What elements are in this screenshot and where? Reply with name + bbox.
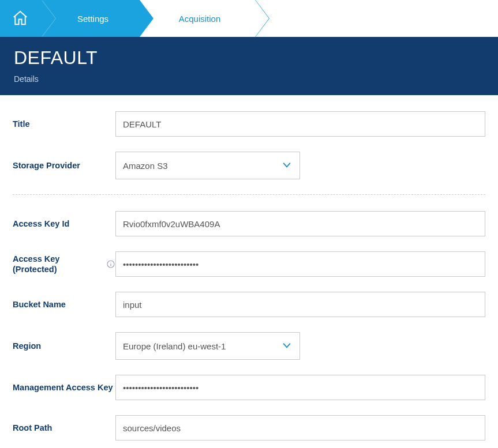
breadcrumb-home[interactable] [0,0,42,37]
page-header: DEFAULT Details [0,37,498,95]
breadcrumb-acquisition-label: Acquisition [179,14,221,24]
label-title: Title [13,119,115,129]
label-management-access-key: Management Access Key [13,382,115,393]
breadcrumb-settings[interactable]: Settings [42,0,140,37]
breadcrumb-acquisition[interactable]: Acquisition [140,0,255,37]
breadcrumb-settings-label: Settings [77,14,108,24]
label-storage-provider: Storage Provider [13,160,115,171]
title-input[interactable] [115,111,485,137]
chevron-down-icon [281,159,293,172]
row-management-access-key: Management Access Key [13,375,485,400]
row-access-key-protected: Access Key (Protected) [13,251,485,277]
bucket-name-input[interactable] [115,292,485,317]
row-access-key-id: Access Key Id [13,211,485,236]
page-title: DEFAULT [14,47,484,69]
row-root-path: Root Path [13,415,485,441]
info-icon[interactable] [106,259,115,269]
row-storage-provider: Storage Provider Amazon S3 [13,152,485,179]
access-key-id-input[interactable] [115,211,485,236]
svg-point-2 [110,262,111,262]
home-icon [12,9,29,28]
form: Title Storage Provider Amazon S3 Access … [0,95,498,448]
label-bucket-name: Bucket Name [13,299,115,310]
label-region: Region [13,341,115,351]
management-access-key-input[interactable] [115,375,485,400]
storage-provider-select[interactable]: Amazon S3 [115,152,300,179]
storage-provider-value: Amazon S3 [123,161,168,171]
region-select[interactable]: Europe (Ireland) eu-west-1 [115,332,300,360]
region-value: Europe (Ireland) eu-west-1 [123,341,226,351]
label-access-key-id: Access Key Id [13,219,115,229]
access-key-protected-input[interactable] [115,251,485,277]
row-title: Title [13,111,485,137]
page-subtitle: Details [14,74,484,84]
row-bucket-name: Bucket Name [13,292,485,317]
row-region: Region Europe (Ireland) eu-west-1 [13,332,485,360]
label-access-key-protected: Access Key (Protected) [13,254,115,274]
section-divider [13,194,485,195]
chevron-down-icon [281,340,293,353]
breadcrumb: Settings Acquisition [0,0,498,37]
root-path-input[interactable] [115,415,485,441]
label-root-path: Root Path [13,423,115,433]
